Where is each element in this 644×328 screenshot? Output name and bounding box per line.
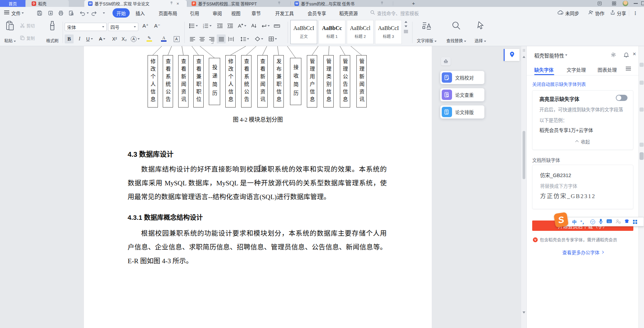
ime-skin-icon[interactable] bbox=[624, 219, 629, 224]
ribbon-tab-view[interactable]: 视图 bbox=[231, 7, 240, 19]
ribbon-tab-dev-tools[interactable]: 开发工具 bbox=[275, 7, 294, 19]
style-scroll-up-icon[interactable] bbox=[405, 21, 407, 23]
style-heading1[interactable]: AaBbCc 标题 1 bbox=[319, 20, 345, 44]
undo-icon[interactable] bbox=[78, 9, 86, 17]
style-gallery-arrows[interactable] bbox=[403, 21, 409, 33]
format-painter-button[interactable]: 格式刷 bbox=[43, 20, 61, 45]
line-spacing-button[interactable] bbox=[239, 34, 250, 43]
diagram-box[interactable]: 投递简历 bbox=[209, 58, 220, 105]
character-border-button[interactable]: A bbox=[172, 34, 181, 43]
borders-button[interactable] bbox=[267, 34, 279, 43]
pin-tab-icon[interactable] bbox=[170, 1, 173, 6]
panel-title[interactable]: 稻壳智能特性 bbox=[534, 52, 567, 59]
text-direction-button[interactable] bbox=[249, 21, 258, 30]
edge-tool-icon[interactable] bbox=[640, 63, 644, 67]
save-icon[interactable] bbox=[36, 9, 43, 17]
select-button[interactable]: 选择 bbox=[472, 20, 489, 45]
line-break-button[interactable] bbox=[259, 21, 271, 30]
doc-tab-thesis[interactable]: W 基于SSM的校...实现 毕业论文 × bbox=[84, 0, 187, 7]
bell-icon[interactable] bbox=[624, 52, 629, 59]
new-tab-button[interactable]: + bbox=[410, 0, 417, 7]
tab-text-processing[interactable]: 文字处理 bbox=[567, 66, 586, 73]
ribbon-tab-section[interactable]: 章节 bbox=[251, 7, 261, 19]
collaborate-button[interactable]: 协作 bbox=[588, 7, 604, 19]
maximize-window-icon[interactable] bbox=[641, 1, 644, 5]
ribbon-tab-home[interactable]: 开始 bbox=[112, 8, 130, 18]
text-effects-button[interactable]: A bbox=[129, 34, 141, 43]
style-heading2[interactable]: AaBbCcl 标题 2 bbox=[347, 20, 374, 44]
diagram-box[interactable]: 管理公告信息 bbox=[340, 55, 350, 107]
print-icon[interactable] bbox=[57, 9, 65, 17]
thesis-check-button[interactable]: 论文查重 bbox=[440, 88, 484, 101]
style-scroll-down-icon[interactable] bbox=[405, 25, 407, 27]
distribute-button[interactable] bbox=[226, 34, 235, 43]
subsection-heading[interactable]: 4.3.1 数据库概念结构设计 bbox=[128, 212, 203, 222]
font-color-button[interactable]: A bbox=[158, 34, 170, 43]
document-scrollbar[interactable] bbox=[521, 46, 526, 328]
user-avatar[interactable] bbox=[623, 1, 628, 6]
body-text-line[interactable]: 数据库采用 MySQL 数据库，MySQL 是一种开放源代码的关系型数据库管理系… bbox=[128, 176, 387, 190]
paragraph-dialog-launcher[interactable] bbox=[211, 42, 213, 44]
pin-tab-icon[interactable] bbox=[277, 1, 281, 6]
body-text-line[interactable]: 数据库结构设计的好坏直接影响到校园兼职系统的效率和实现的效果。本系统的 bbox=[128, 163, 387, 176]
body-text-line[interactable]: 户信息、企业信息、求职简历信息、招聘信息、管理员信息、公告信息、新闻信息等。 bbox=[128, 240, 387, 254]
diagram-box[interactable]: 查看系统公告 bbox=[241, 55, 251, 107]
justify-button[interactable] bbox=[217, 34, 226, 43]
cut-button[interactable]: 剪切 bbox=[20, 22, 35, 29]
doc-tab-ppt[interactable]: P 基于SSM的校园...实现 答辩PPT bbox=[188, 0, 290, 7]
superscript-button[interactable]: X² bbox=[110, 34, 119, 43]
decrease-indent-button[interactable] bbox=[215, 21, 224, 30]
style-normal[interactable]: AaBbCcI 正文 bbox=[290, 20, 317, 44]
body-text-line[interactable]: E-R 图如图 4-3 所示。 bbox=[128, 254, 387, 268]
ribbon-tab-page-layout[interactable]: 页面布局 bbox=[159, 7, 177, 19]
highlight-missing-toggle[interactable] bbox=[616, 95, 627, 101]
underline-button[interactable]: U bbox=[84, 34, 95, 43]
tab-list-icon[interactable] bbox=[597, 1, 602, 7]
diagram-box[interactable]: 修改个人信息 bbox=[225, 55, 236, 107]
font-size-select[interactable]: 四号 bbox=[108, 23, 138, 31]
share-button[interactable]: 分享 bbox=[610, 7, 626, 19]
ribbon-tab-docer-resources[interactable]: 稻壳资源 bbox=[339, 7, 358, 19]
undo-dropdown-icon[interactable] bbox=[87, 12, 89, 14]
ribbon-tab-member[interactable]: 会员专享 bbox=[308, 7, 326, 19]
character-scale-button[interactable] bbox=[236, 21, 248, 30]
paste-button[interactable]: 粘贴 bbox=[2, 20, 18, 45]
close-auto-show-link[interactable]: 关闭自动展示缺失字体列表 bbox=[532, 81, 586, 87]
strikethrough-button[interactable]: A bbox=[96, 34, 108, 43]
copy-button[interactable]: 复制 bbox=[20, 35, 35, 41]
find-replace-button[interactable]: 查找替换 bbox=[446, 20, 466, 45]
ime-toolbox-icon[interactable] bbox=[633, 220, 637, 224]
more-menu-icon[interactable]: ⋮ bbox=[633, 7, 638, 19]
missing-font-card[interactable]: 仿宋_GB2312 将替换成下方字体 方正仿宋_GB2312 bbox=[532, 165, 633, 209]
bullet-list-button[interactable] bbox=[188, 21, 199, 30]
shading-button[interactable] bbox=[253, 34, 265, 43]
increase-indent-button[interactable] bbox=[226, 21, 235, 30]
align-center-button[interactable] bbox=[197, 34, 206, 43]
ime-keyboard-icon[interactable] bbox=[607, 219, 612, 224]
edge-tool-icon[interactable] bbox=[640, 107, 644, 112]
diagram-box[interactable]: 发布兼职信息 bbox=[273, 55, 284, 107]
diagram-box[interactable]: 查看新闻资讯 bbox=[178, 55, 189, 107]
increase-font-size-button[interactable]: A⁺ bbox=[141, 21, 150, 30]
doc-proofread-button[interactable]: 文档校对 bbox=[440, 71, 484, 84]
ime-emoji-icon[interactable] bbox=[590, 219, 595, 224]
redo-icon[interactable] bbox=[90, 9, 98, 17]
ime-mic-icon[interactable] bbox=[599, 219, 603, 225]
document-page[interactable]: 修改个人信息 查看系统公告 查看新闻资讯 查看兼职职位 投递简历 修改个人信息 … bbox=[84, 46, 432, 328]
ribbon-tab-insert[interactable]: 插入 bbox=[136, 7, 145, 19]
bold-button[interactable]: B bbox=[65, 34, 74, 43]
body-text-line[interactable]: 用最常见的数据库管理语言--结构化查询语言(SQL)进行数据库管理。 bbox=[128, 190, 387, 204]
ime-mode-button[interactable]: 中 bbox=[572, 218, 577, 225]
diagram-box[interactable]: 查看新闻资讯 bbox=[257, 55, 268, 107]
scrollbar-thumb[interactable] bbox=[523, 131, 525, 179]
output-pdf-icon[interactable] bbox=[47, 9, 54, 17]
workspace-grid-icon[interactable] bbox=[612, 1, 616, 7]
close-tab-icon[interactable]: × bbox=[176, 1, 179, 6]
scroll-down-arrow[interactable] bbox=[523, 311, 525, 314]
body-text-line[interactable]: 根据校园兼职系统的功能设计要求和模块划分，本系统的数据库主要存储个人用 bbox=[128, 227, 387, 240]
more-fonts-link[interactable]: 查看更多办公字体 bbox=[527, 249, 639, 256]
print-preview-icon[interactable] bbox=[67, 9, 75, 17]
tab-missing-fonts[interactable]: 缺失字体 bbox=[534, 66, 554, 73]
scroll-up-arrow[interactable] bbox=[523, 56, 525, 58]
pin-tab-icon[interactable] bbox=[380, 1, 384, 6]
